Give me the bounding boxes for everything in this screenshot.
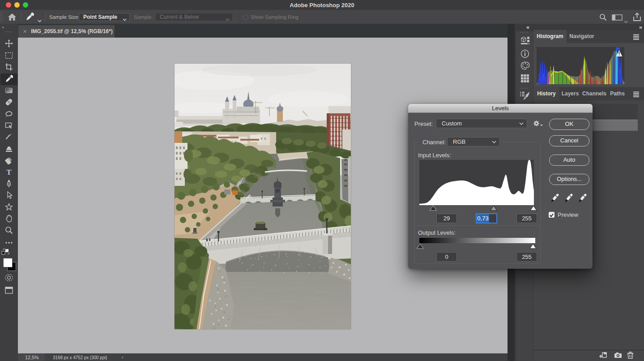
svg-text:T: T xyxy=(6,168,12,176)
